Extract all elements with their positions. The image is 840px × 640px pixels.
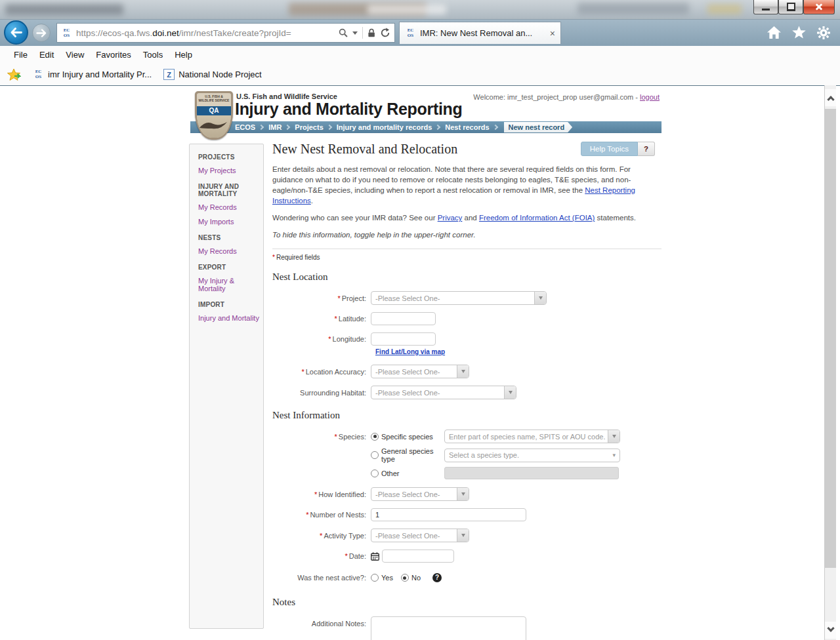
scroll-down-button[interactable] [825, 622, 836, 639]
search-icon[interactable] [339, 28, 348, 37]
menu-tools[interactable]: Tools [137, 50, 169, 60]
how-identified-select[interactable]: -Please Select One- [371, 487, 469, 501]
breadcrumb-ecos[interactable]: ECOS [235, 123, 255, 131]
menu-file[interactable]: File [8, 50, 33, 60]
minimize-button[interactable] [753, 0, 778, 14]
nest-active-no-radio[interactable] [401, 574, 409, 582]
additional-notes-textarea[interactable] [371, 616, 526, 640]
nest-active-yes-radio[interactable] [371, 574, 379, 582]
sidebar-item-my-imports[interactable]: My Imports [198, 218, 259, 226]
specific-species-radio[interactable] [371, 433, 379, 441]
specific-species-combobox[interactable]: Enter part of species name, SPITS or AOU… [444, 430, 620, 443]
close-button[interactable] [803, 0, 835, 14]
surrounding-habitat-select[interactable]: -Please Select One- [371, 386, 516, 399]
general-species-type-radio[interactable] [371, 451, 379, 459]
minimize-icon [762, 9, 770, 10]
general-species-type-select[interactable]: Select a species type. ▾ [444, 449, 620, 462]
find-latlong-map-link[interactable]: Find Lat/Long via map [375, 348, 445, 355]
browser-navigation-bar: ECOS https://ecos-qa.fws.doi.net/imr/nes… [0, 20, 840, 46]
favorites-star-icon[interactable] [791, 26, 807, 39]
scrollbar-thumb[interactable] [825, 109, 836, 568]
intro-paragraph-1: Enter details about a nest removal or re… [272, 164, 662, 206]
breadcrumb-injury-mortality-records[interactable]: Injury and mortality records [337, 123, 432, 131]
url-text: https://ecos-qa.fws.doi.net/imr/nestTake… [76, 28, 291, 38]
sidebar-item-my-injury-mortality[interactable]: My Injury & Mortality [198, 277, 259, 292]
number-of-nests-input[interactable] [371, 508, 526, 521]
chevron-right-icon [492, 125, 497, 130]
sidebar-header-import: IMPORT [198, 301, 259, 308]
sidebar-item-import-injury-mortality[interactable]: Injury and Mortality [198, 314, 259, 322]
menu-view[interactable]: View [60, 50, 90, 60]
longitude-label: *Longitude: [272, 335, 371, 343]
location-accuracy-select[interactable]: -Please Select One- [371, 365, 469, 378]
additional-notes-label: Additional Notes: [272, 616, 371, 628]
nest-active-yes-label: Yes [381, 574, 393, 582]
help-toggle-button[interactable]: ? [638, 142, 655, 156]
activity-type-select-arrow[interactable] [457, 529, 469, 542]
breadcrumb-imr[interactable]: IMR [268, 123, 282, 131]
latitude-row: *Latitude: [272, 312, 662, 325]
bird-silhouette-icon [198, 118, 229, 132]
breadcrumb-current: New nest record [504, 122, 573, 132]
project-select-arrow[interactable] [534, 292, 546, 304]
surrounding-habitat-label: Surrounding Habitat: [272, 389, 371, 397]
number-of-nests-label: *Number of Nests: [272, 511, 371, 519]
tab-close-icon[interactable]: × [550, 29, 555, 38]
chevron-down-icon [612, 435, 616, 438]
home-icon[interactable] [766, 26, 782, 39]
address-bar[interactable]: ECOS https://ecos-qa.fws.doi.net/imr/nes… [56, 23, 395, 43]
vertical-scrollbar[interactable] [824, 85, 836, 640]
scroll-up-button[interactable] [825, 89, 836, 106]
refresh-icon[interactable] [380, 28, 390, 38]
chevron-down-icon [461, 492, 465, 496]
location-accuracy-select-arrow[interactable] [457, 365, 469, 378]
welcome-text: Welcome: imr_test_project_prop user@gmai… [473, 93, 660, 101]
foia-link[interactable]: Freedom of Information Act (FOIA) [479, 214, 595, 222]
surrounding-habitat-select-arrow[interactable] [504, 386, 516, 399]
sidebar-item-my-projects[interactable]: My Projects [198, 167, 259, 174]
date-input[interactable] [382, 550, 454, 563]
species-general-row: General species type Select a species ty… [272, 447, 662, 463]
settings-gear-icon[interactable] [816, 26, 831, 40]
breadcrumb-nest-records[interactable]: Nest records [445, 123, 489, 131]
date-label: *Date: [272, 552, 371, 560]
breadcrumb-projects[interactable]: Projects [295, 123, 323, 131]
forward-button[interactable] [32, 24, 51, 42]
project-row: *Project: -Please Select One- [272, 291, 662, 305]
section-nest-information: Nest Information [272, 410, 662, 421]
nest-active-no-label: No [411, 574, 421, 582]
how-identified-row: *How Identified: -Please Select One- [272, 487, 662, 501]
restore-button[interactable] [778, 0, 803, 14]
nest-active-help-icon[interactable]: ? [432, 573, 442, 582]
address-dropdown-icon[interactable] [352, 31, 358, 35]
activity-type-select[interactable]: -Please Select One- [371, 529, 469, 542]
sidebar: PROJECTS My Projects INJURY AND MORTALIT… [189, 144, 264, 629]
favorite-item-imr[interactable]: ECOS imr Injury and Mortality Pr... [33, 69, 152, 80]
sidebar-item-nests-my-records[interactable]: My Records [198, 247, 259, 255]
privacy-link[interactable]: Privacy [438, 214, 463, 222]
favorite-label: imr Injury and Mortality Pr... [48, 70, 152, 79]
logout-link[interactable]: logout [640, 93, 660, 101]
sidebar-item-my-records[interactable]: My Records [198, 203, 259, 211]
app-title: Injury and Mortality Reporting [235, 100, 463, 119]
back-button[interactable] [4, 20, 28, 45]
menu-edit[interactable]: Edit [33, 50, 60, 60]
latitude-input[interactable] [371, 312, 436, 325]
menu-help[interactable]: Help [169, 50, 198, 60]
calendar-icon[interactable] [371, 552, 379, 561]
add-favorite-button[interactable] [7, 68, 21, 81]
longitude-input[interactable] [371, 332, 436, 346]
project-select[interactable]: -Please Select One- [371, 291, 547, 305]
help-topics-button[interactable]: Help Topics [581, 142, 638, 156]
activity-type-label: *Activity Type: [272, 532, 371, 540]
chevron-up-icon [827, 96, 834, 103]
specific-species-combobox-arrow[interactable] [608, 430, 620, 443]
restore-icon [787, 3, 795, 10]
favorite-item-national-node[interactable]: Z National Node Project [163, 69, 261, 80]
location-accuracy-row: *Location Accuracy: -Please Select One- [272, 365, 662, 378]
menu-favorites[interactable]: Favorites [90, 50, 136, 60]
lock-icon[interactable] [368, 28, 375, 37]
browser-tab[interactable]: ECOS IMR: New Nest Removal an... × [399, 22, 561, 44]
how-identified-select-arrow[interactable] [457, 488, 469, 500]
other-species-radio[interactable] [371, 470, 379, 477]
